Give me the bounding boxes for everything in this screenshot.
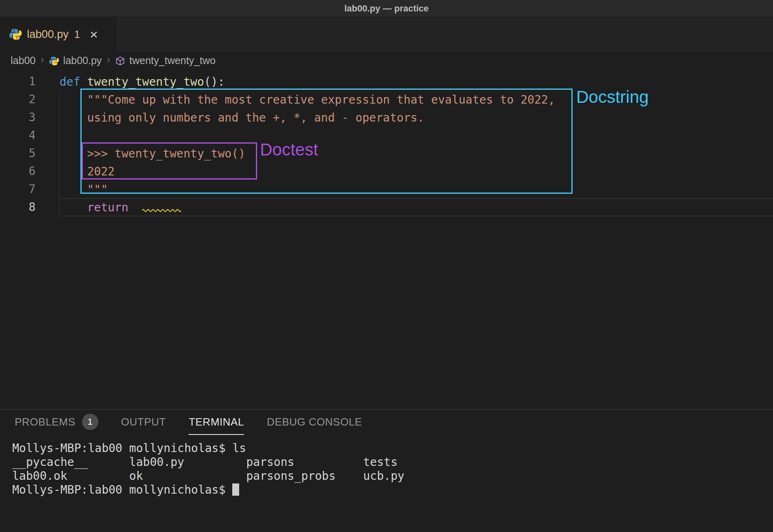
panel-tab-label: PROBLEMS [15,416,76,428]
code-line[interactable]: 1def twenty_twenty_two(): [0,73,773,91]
code-token [60,93,87,106]
code-line[interactable]: 8 return [0,198,773,216]
code-text[interactable]: using only numbers and the +, *, and - o… [59,109,773,126]
symbol-namespace-icon [115,55,125,66]
python-icon [49,55,59,66]
panel-tab-output[interactable]: OUTPUT [121,410,166,435]
tab-bar: lab00.py 1 × [0,17,773,51]
code-line[interactable]: 7 """ [0,180,773,198]
code-text[interactable]: 2022 [59,162,773,180]
code-token: """ [87,183,108,196]
terminal-prompt: Mollys-MBP:lab00 mollynicholas$ [12,483,232,497]
tab-close-button[interactable]: × [90,27,98,41]
panel-tab-terminal[interactable]: TERMINAL [189,410,244,435]
code-token: using only numbers and the +, *, and - o… [87,111,424,124]
terminal-output[interactable]: Mollys-MBP:lab00 mollynicholas$ ls__pyca… [0,435,773,497]
code-token [60,111,87,124]
code-text[interactable]: """Come up with the most creative expres… [59,91,773,109]
terminal-line: Mollys-MBP:lab00 mollynicholas$ ls [12,441,773,455]
code-text[interactable]: """ [59,180,773,198]
line-number: 2 [0,91,59,109]
tab-modified-count: 1 [74,29,80,40]
code-token: def [60,75,87,89]
bottom-panel: PROBLEMS1OUTPUTTERMINALDEBUG CONSOLE Mol… [0,409,773,532]
line-number: 4 [0,126,59,144]
panel-tab-label: OUTPUT [121,416,166,428]
panel-tab-label: TERMINAL [189,416,244,428]
code-token: >>> twenty_twenty_two() [87,147,245,160]
line-number: 6 [0,162,59,180]
error-squiggle [142,200,181,204]
terminal-prompt-line[interactable]: Mollys-MBP:lab00 mollynicholas$ [12,483,773,497]
panel-tabs: PROBLEMS1OUTPUTTERMINALDEBUG CONSOLE [0,410,773,435]
code-token [135,201,142,214]
terminal-line: __pycache__ lab00.py parsons tests [12,455,773,469]
code-line[interactable]: 2 """Come up with the most creative expr… [0,91,773,109]
line-number: 5 [0,144,59,162]
code-token [60,165,87,178]
breadcrumb-symbol[interactable]: twenty_twenty_two [129,55,215,66]
code-editor[interactable]: 1def twenty_twenty_two():2 """Come up wi… [0,69,773,409]
python-icon [9,28,22,41]
code-text[interactable]: return [59,198,773,216]
code-token: return [87,201,135,214]
code-token [60,183,87,196]
code-token [60,201,87,214]
breadcrumb-separator: › [106,53,111,68]
problems-count-badge: 1 [82,414,98,430]
breadcrumb-separator: › [40,53,45,68]
code-line[interactable]: 6 2022 [0,162,773,180]
breadcrumb-file[interactable]: lab00.py [63,55,102,66]
terminal-line: lab00.ok ok parsons_probs ucb.py [12,469,773,483]
code-text[interactable]: def twenty_twenty_two(): [59,73,773,91]
line-number: 8 [0,198,59,216]
breadcrumb-folder[interactable]: lab00 [11,55,36,66]
line-number: 3 [0,109,59,126]
code-token: 2022 [87,165,114,178]
panel-tab-label: DEBUG CONSOLE [267,416,362,428]
window-title: lab00.py — practice [344,3,429,14]
line-number: 1 [0,73,59,91]
code-line[interactable]: 4 [0,126,773,144]
panel-tab-debug-console[interactable]: DEBUG CONSOLE [267,410,362,435]
code-text[interactable]: >>> twenty_twenty_two() [59,144,773,162]
tab-lab00py[interactable]: lab00.py 1 × [0,17,117,51]
code-line[interactable]: 5 >>> twenty_twenty_two() [0,144,773,162]
terminal-cursor [232,483,239,496]
code-line[interactable]: 3 using only numbers and the +, *, and -… [0,109,773,126]
breadcrumb: lab00 › lab00.py › twenty_twenty_two [0,51,773,69]
code-token: (): [204,75,225,89]
panel-tab-problems[interactable]: PROBLEMS1 [15,410,98,435]
tab-label: lab00.py [27,28,69,41]
code-token: """Come up with the most creative expres… [87,93,555,106]
code-token [60,147,87,160]
window-titlebar: lab00.py — practice [0,0,773,17]
editor-lines: 1def twenty_twenty_two():2 """Come up wi… [0,73,773,216]
line-number: 7 [0,180,59,198]
code-text[interactable] [59,126,773,144]
code-token: twenty_twenty_two [87,75,204,89]
